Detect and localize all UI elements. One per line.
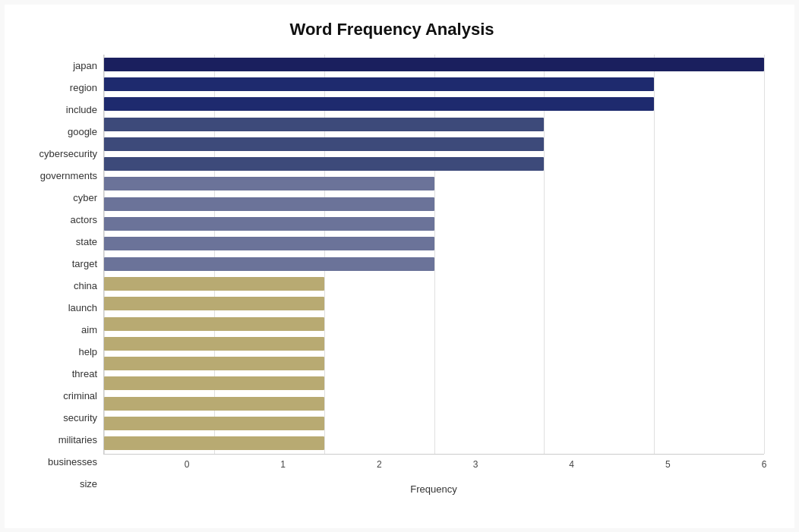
y-label: criminal [20, 391, 97, 401]
bar-row [104, 335, 764, 352]
bar-row [104, 136, 764, 153]
bar-region [104, 77, 654, 91]
grid-line [434, 55, 435, 454]
x-tick-label: 1 [280, 459, 286, 470]
bar-businesses [104, 417, 324, 430]
bar-row [104, 295, 764, 312]
bar-japan [104, 58, 764, 71]
grid-line [324, 55, 325, 454]
bar-row [104, 256, 764, 272]
bar-row [104, 56, 764, 73]
bar-row [104, 355, 764, 372]
bar-help [104, 317, 324, 331]
y-label: threat [20, 369, 97, 379]
bar-security [104, 376, 324, 390]
bars-area [103, 55, 764, 455]
y-label: cybersecurity [20, 149, 97, 159]
bar-aim [104, 297, 324, 310]
bar-target [104, 237, 434, 250]
bar-row [104, 196, 764, 212]
x-tick-label: 6 [762, 459, 767, 470]
y-label: google [20, 127, 97, 137]
y-axis: japanregionincludegooglecybersecuritygov… [20, 55, 103, 495]
bar-actors [104, 197, 434, 211]
bar-row [104, 116, 764, 133]
bar-row [104, 235, 764, 252]
bar-threat [104, 337, 324, 351]
x-labels-row: 0123456 [187, 455, 764, 477]
y-label: cyber [20, 193, 97, 203]
x-tick-label: 5 [665, 459, 671, 470]
bar-row [104, 175, 764, 192]
chart-area: japanregionincludegooglecybersecuritygov… [20, 55, 764, 495]
bar-size [104, 436, 324, 450]
y-label: china [20, 281, 97, 291]
bar-criminal [104, 357, 324, 370]
y-label: security [20, 413, 97, 423]
bar-china [104, 257, 434, 271]
x-tick-label: 2 [377, 459, 382, 470]
y-label: businesses [20, 457, 97, 467]
bar-cybersecurity [104, 137, 544, 151]
y-label: militaries [20, 435, 97, 445]
grid-line [104, 55, 105, 454]
bar-row [104, 275, 764, 292]
bar-row [104, 156, 764, 172]
bar-row [104, 316, 764, 332]
bar-cyber [104, 177, 434, 190]
bar-state [104, 217, 434, 231]
y-label: actors [20, 215, 97, 225]
bar-row [104, 76, 764, 93]
x-tick-label: 4 [569, 459, 574, 470]
bar-row [104, 216, 764, 232]
x-tick-label: 3 [473, 459, 478, 470]
x-tick-label: 0 [185, 459, 190, 470]
y-label: include [20, 105, 97, 115]
y-label: aim [20, 325, 97, 335]
chart-container: Word Frequency Analysis japanregioninclu… [5, 5, 794, 528]
grid-line [654, 55, 655, 454]
bar-google [104, 118, 544, 131]
y-label: target [20, 259, 97, 269]
bar-launch [104, 277, 324, 291]
x-axis-title: Frequency [103, 483, 764, 495]
y-label: size [20, 479, 97, 489]
bar-include [104, 97, 654, 111]
y-label: japan [20, 61, 97, 71]
y-label: help [20, 347, 97, 357]
bar-row [104, 375, 764, 392]
bar-militaries [104, 397, 324, 411]
bar-row [104, 96, 764, 112]
bar-governments [104, 157, 544, 171]
bar-row [104, 415, 764, 432]
y-label: launch [20, 303, 97, 313]
bar-row [104, 395, 764, 412]
bar-row [104, 435, 764, 452]
grid-line [544, 55, 545, 454]
y-label: governments [20, 171, 97, 181]
y-label: region [20, 83, 97, 93]
grid-line [764, 55, 765, 454]
chart-title: Word Frequency Analysis [20, 20, 764, 39]
grid-line [214, 55, 215, 454]
y-label: state [20, 237, 97, 247]
